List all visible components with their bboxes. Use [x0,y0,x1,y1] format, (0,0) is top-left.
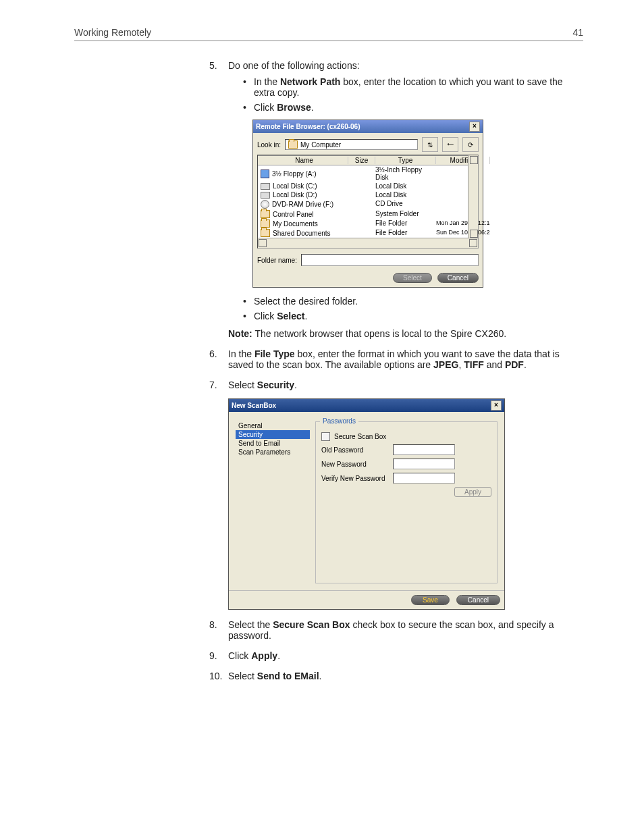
page-header: Working Remotely 41 [74,27,583,41]
new-password-input[interactable] [393,459,455,469]
remote-file-browser-dialog: Remote File Browser: (cx260-06) × Look i… [252,120,483,288]
step-10: Select Send to EMail. [209,671,583,681]
secure-scanbox-label: Secure Scan Box [334,433,386,440]
folder-icon [261,229,270,237]
folder-icon [261,219,270,228]
bullet: Click Select. [243,311,583,321]
note: Note: The network browser that opens is … [228,328,583,339]
passwords-group: Passwords Secure Scan Box Old Password N… [315,421,498,583]
header-title: Working Remotely [74,27,151,38]
disk-icon [261,192,270,199]
list-item[interactable]: Control PanelSystem Folder [258,209,478,219]
cancel-button[interactable]: Cancel [437,273,479,283]
close-icon[interactable]: × [491,400,502,411]
dialog-titlebar: New ScanBox × [229,399,504,412]
sidebar-item-scan-params[interactable]: Scan Parameters [236,448,310,457]
list-item[interactable]: DVD-RAM Drive (F:)CD Drive [258,199,478,209]
list-item[interactable]: Local Disk (D:)Local Disk [258,190,478,199]
sidebar-item-send-email[interactable]: Send to Email [236,439,310,448]
sidebar-item-general[interactable]: General [236,421,310,430]
dialog-title: Remote File Browser: (cx260-06) [256,123,360,130]
list-item[interactable]: 3½ Floppy (A:)3½-Inch Floppy Disk [258,165,478,182]
step-7: Select Security. New ScanBox × General S… [209,380,583,610]
scanbox-sidebar: General Security Send to Email Scan Para… [236,421,310,583]
list-item[interactable]: Local Disk (C:)Local Disk [258,182,478,190]
step-6: In the File Type box, enter the format i… [209,348,583,370]
apply-button[interactable]: Apply [454,487,491,497]
cd-icon [261,200,269,209]
secure-scanbox-checkbox[interactable] [321,432,330,441]
up-folder-icon[interactable]: ⭠ [442,137,458,152]
vertical-scrollbar[interactable] [468,155,478,238]
old-password-label: Old Password [321,446,389,454]
list-item[interactable]: My DocumentsFile FolderMon Jan 29 13:12:… [258,219,478,228]
sidebar-item-security[interactable]: Security [236,430,310,439]
list-item[interactable]: Shared DocumentsFile FolderSun Dec 10 10… [258,228,478,238]
header-page: 41 [572,27,583,38]
dialog-title: New ScanBox [232,402,276,409]
bullet: Click Browse. [243,102,583,113]
group-legend: Passwords [320,417,358,425]
bullet: In the Network Path box, enter the locat… [243,76,583,98]
horizontal-scrollbar[interactable] [258,238,478,248]
folder-icon [288,140,298,149]
instruction-list: Do one of the following actions: In the … [209,60,583,681]
cancel-button[interactable]: Cancel [456,595,500,605]
bullet: Select the desired folder. [243,296,583,307]
step-text: Do one of the following actions: [228,60,360,71]
list-header: Name Size Type Modified [258,155,478,165]
dialog-titlebar: Remote File Browser: (cx260-06) × [253,120,483,133]
step-5: Do one of the following actions: In the … [209,60,583,339]
step-9: Click Apply. [209,650,583,661]
save-button[interactable]: Save [411,595,450,605]
old-password-input[interactable] [393,444,455,455]
lookin-dropdown[interactable]: My Computer [285,139,418,150]
disk-icon [261,183,270,190]
folder-icon [261,210,270,218]
refresh-icon[interactable]: ⟳ [462,137,479,152]
sort-icon[interactable]: ⇅ [422,137,438,152]
verify-password-input[interactable] [393,473,455,484]
floppy-icon [261,170,269,178]
step-8: Select the Secure Scan Box check box to … [209,619,583,641]
file-list: Name Size Type Modified 3½ Floppy (A:)3½… [257,155,479,249]
new-scanbox-dialog: New ScanBox × General Security Send to E… [228,398,505,610]
folder-name-input[interactable] [301,254,479,266]
verify-password-label: Verify New Password [321,475,389,482]
close-icon[interactable]: × [469,122,480,132]
select-button[interactable]: Select [393,273,432,283]
lookin-label: Look in: [257,141,281,149]
folder-name-label: Folder name: [257,257,297,264]
new-password-label: New Password [321,461,389,468]
